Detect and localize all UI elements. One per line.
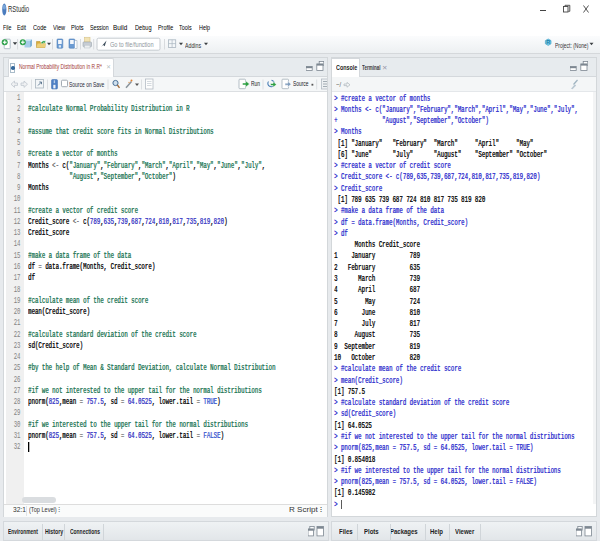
svg-text:R: R	[546, 39, 550, 45]
